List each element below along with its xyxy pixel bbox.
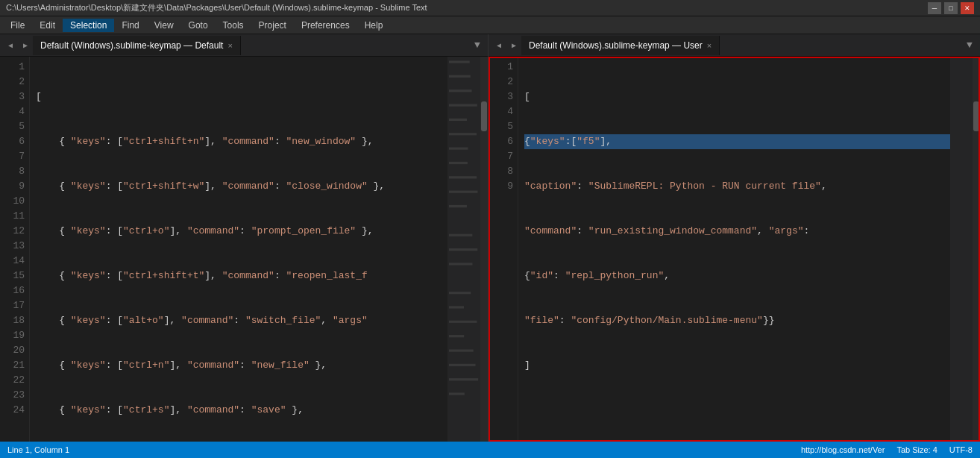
status-encoding: UTF-8: [949, 445, 973, 454]
menu-bar: File Edit Selection Find View Goto Tools…: [0, 16, 980, 34]
menu-selection[interactable]: Selection: [63, 19, 114, 32]
menu-preferences[interactable]: Preferences: [294, 19, 357, 32]
left-editor-area[interactable]: 1 2 3 4 5 6 7 8 9 10 11 12 13 14 15 16 1…: [0, 57, 488, 442]
right-tab-close[interactable]: ×: [707, 41, 712, 50]
menu-help[interactable]: Help: [357, 19, 391, 32]
menu-tools[interactable]: Tools: [216, 19, 251, 32]
left-tab-dropdown[interactable]: ▼: [470, 34, 485, 56]
minimize-button[interactable]: ─: [928, 2, 941, 14]
right-editor-area[interactable]: 1 2 3 4 5 6 7 8 9 [ {"keys":["f5"], "cap…: [489, 57, 980, 442]
left-nav-prev[interactable]: ◀: [3, 34, 18, 56]
left-tab-active[interactable]: Default (Windows).sublime-keymap — Defau…: [33, 36, 241, 55]
window-controls: ─ □ ✕: [928, 2, 974, 14]
status-left: Line 1, Column 1: [7, 445, 69, 454]
right-line-numbers: 1 2 3 4 5 6 7 8 9: [489, 57, 518, 442]
status-position: Line 1, Column 1: [7, 445, 69, 454]
menu-goto[interactable]: Goto: [181, 19, 216, 32]
right-pane: ◀ ▶ Default (Windows).sublime-keymap — U…: [489, 34, 980, 442]
right-nav-prev[interactable]: ◀: [491, 34, 506, 56]
menu-project[interactable]: Project: [251, 19, 294, 32]
left-minimap: [447, 57, 480, 442]
left-pane: ◀ ▶ Default (Windows).sublime-keymap — D…: [0, 34, 489, 442]
title-bar: C:\Users\Administrator\Desktop\新建文件夹\Dat…: [0, 0, 980, 16]
maximize-button[interactable]: □: [944, 2, 958, 14]
menu-view[interactable]: View: [147, 19, 181, 32]
menu-edit[interactable]: Edit: [32, 19, 63, 32]
left-tab-close[interactable]: ×: [227, 41, 232, 50]
left-code-content[interactable]: [ { "keys": ["ctrl+shift+n"], "command":…: [30, 57, 447, 442]
left-scrollbar[interactable]: [480, 57, 488, 442]
close-button[interactable]: ✕: [961, 2, 974, 14]
left-tab-label: Default (Windows).sublime-keymap — Defau…: [40, 40, 223, 51]
right-tab-dropdown[interactable]: ▼: [962, 34, 977, 56]
menu-find[interactable]: Find: [114, 19, 146, 32]
status-bar: Line 1, Column 1 http://blog.csdn.net/Ve…: [0, 442, 980, 458]
status-tab-size: Tab Size: 4: [896, 445, 937, 454]
status-right: http://blog.csdn.net/Ver Tab Size: 4 UTF…: [801, 445, 973, 454]
left-tab-bar: ◀ ▶ Default (Windows).sublime-keymap — D…: [0, 34, 488, 57]
right-tab-label: Default (Windows).sublime-keymap — User: [529, 40, 703, 51]
left-nav-next[interactable]: ▶: [18, 34, 33, 56]
right-scrollbar[interactable]: [973, 57, 980, 442]
menu-file[interactable]: File: [3, 19, 32, 32]
right-tab-active[interactable]: Default (Windows).sublime-keymap — User …: [521, 36, 720, 55]
title-text: C:\Users\Administrator\Desktop\新建文件夹\Dat…: [6, 2, 427, 13]
right-minimap: [950, 57, 973, 442]
main-content: ◀ ▶ Default (Windows).sublime-keymap — D…: [0, 34, 980, 442]
right-nav-next[interactable]: ▶: [506, 34, 521, 56]
right-tab-bar: ◀ ▶ Default (Windows).sublime-keymap — U…: [489, 34, 980, 57]
right-code-content[interactable]: [ {"keys":["f5"], "caption": "SublimeREP…: [518, 57, 950, 442]
left-line-numbers: 1 2 3 4 5 6 7 8 9 10 11 12 13 14 15 16 1…: [0, 57, 30, 442]
status-url: http://blog.csdn.net/Ver: [801, 445, 885, 454]
